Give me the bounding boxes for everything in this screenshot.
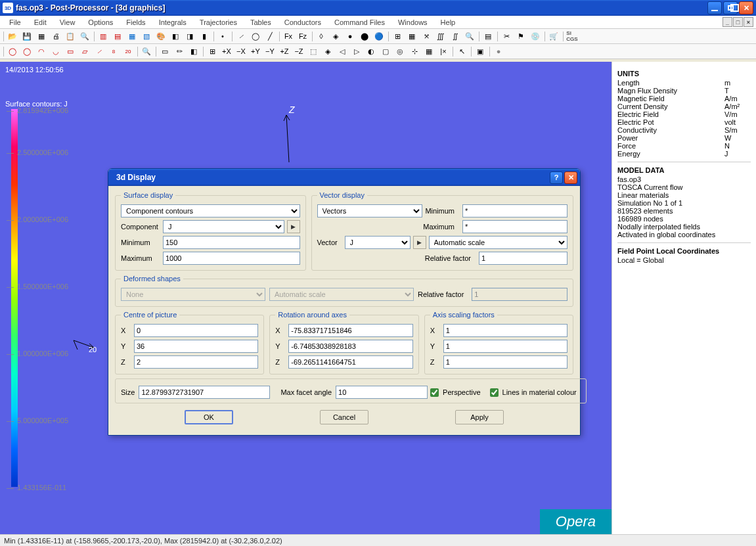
shape6-icon[interactable]: ▱: [78, 45, 92, 58]
cart-icon[interactable]: 🛒: [546, 30, 561, 43]
rotation-y-input[interactable]: [288, 340, 412, 353]
lines-checkbox[interactable]: [490, 388, 499, 397]
col1-icon[interactable]: ▥: [96, 30, 110, 43]
save-icon[interactable]: 💾: [20, 30, 34, 43]
cube4-icon[interactable]: ◈: [321, 45, 335, 58]
scaling-y-input[interactable]: [443, 340, 567, 353]
dialog-help-button[interactable]: ?: [550, 171, 563, 184]
col7-icon[interactable]: ◨: [183, 30, 197, 43]
scaling-x-input[interactable]: [443, 324, 567, 337]
grid1-icon[interactable]: ⊞: [390, 30, 405, 43]
shape3-icon[interactable]: ◠: [34, 45, 49, 58]
col8-icon[interactable]: ▮: [197, 30, 211, 43]
shape8-icon[interactable]: 8: [106, 45, 121, 58]
shape4-icon[interactable]: ◡: [49, 45, 63, 58]
minimize-button[interactable]: [707, 1, 722, 14]
menu-file[interactable]: File: [3, 17, 28, 28]
rect-icon[interactable]: ▢: [378, 45, 393, 58]
col4-icon[interactable]: ▧: [139, 30, 154, 43]
centre-z-input[interactable]: [134, 355, 258, 369]
cgs-icon[interactable]: SICGS: [565, 30, 579, 43]
view3-icon[interactable]: ◧: [187, 45, 201, 58]
plusz-icon[interactable]: +Z: [277, 45, 292, 58]
copy-icon[interactable]: 📋: [63, 30, 78, 43]
restore-button[interactable]: [723, 1, 738, 14]
dot-icon[interactable]: •: [215, 30, 230, 43]
menu-fields[interactable]: Fields: [120, 17, 152, 28]
menu-integrals[interactable]: Integrals: [152, 17, 193, 28]
int2-icon[interactable]: ∬: [448, 30, 462, 43]
vector-max-input[interactable]: [462, 220, 567, 233]
apply-button[interactable]: Apply: [455, 410, 504, 424]
vector-play-button[interactable]: [413, 236, 426, 249]
menu-edit[interactable]: Edit: [28, 17, 53, 28]
col5-icon[interactable]: 🎨: [154, 30, 168, 43]
view2-icon[interactable]: ✏: [172, 45, 187, 58]
menu-windows[interactable]: Windows: [391, 17, 434, 28]
centre-y-input[interactable]: [134, 340, 258, 353]
vector-min-input[interactable]: [462, 204, 567, 217]
menu-command-files[interactable]: Command Files: [328, 17, 391, 28]
line-icon[interactable]: ╱: [263, 30, 277, 43]
vector-select[interactable]: J: [345, 236, 411, 249]
cancel-button[interactable]: Cancel: [320, 410, 368, 424]
fx-icon[interactable]: Fx: [281, 30, 296, 43]
vector-scale-select[interactable]: Automatic scale: [429, 236, 568, 249]
rotation-z-input[interactable]: [288, 355, 412, 369]
table-icon[interactable]: ▤: [481, 30, 495, 43]
menu-tables[interactable]: Tables: [244, 17, 278, 28]
menu-help[interactable]: Help: [434, 17, 462, 28]
pal-icon[interactable]: ▦: [422, 45, 436, 58]
search-icon[interactable]: 🔍: [78, 30, 92, 43]
vector-type-select[interactable]: Vectors: [317, 204, 422, 217]
vector-rel-input[interactable]: [479, 252, 567, 265]
dialog-close-button[interactable]: ✕: [564, 171, 577, 184]
grid2-icon[interactable]: ▦: [405, 30, 419, 43]
dialog-titlebar[interactable]: 3d Display ? ✕: [108, 169, 580, 186]
fz-icon[interactable]: Fz: [296, 30, 310, 43]
perspective-checkbox[interactable]: [430, 388, 439, 397]
open-icon[interactable]: 📂: [5, 30, 20, 43]
grayball-icon[interactable]: ●: [491, 45, 506, 58]
mdi-minimize-button[interactable]: _: [723, 17, 732, 27]
cd-icon[interactable]: 💿: [528, 30, 543, 43]
tri2-icon[interactable]: ▷: [349, 45, 364, 58]
view1-icon[interactable]: ▭: [158, 45, 172, 58]
minusx-icon[interactable]: −X: [234, 45, 248, 58]
mdi-close-button[interactable]: ×: [744, 17, 753, 27]
centre-x-input[interactable]: [134, 324, 258, 337]
xy-icon[interactable]: ⤧: [419, 30, 434, 43]
arc-icon[interactable]: ⟋: [234, 30, 248, 43]
col0-icon[interactable]: ▦: [34, 30, 49, 43]
surface-min-input[interactable]: [163, 236, 300, 249]
menu-trajectories[interactable]: Trajectories: [193, 17, 244, 28]
scissors-icon[interactable]: ✂: [499, 30, 514, 43]
component-play-button[interactable]: [287, 220, 300, 233]
scaling-z-input[interactable]: [443, 355, 567, 369]
facet-input[interactable]: [336, 386, 428, 399]
flag-icon[interactable]: ⚑: [514, 30, 528, 43]
axes-icon[interactable]: ⊹: [407, 45, 422, 58]
menu-conductors[interactable]: Conductors: [278, 17, 328, 28]
surface-max-input[interactable]: [163, 252, 300, 265]
shape9-icon[interactable]: 20: [121, 45, 135, 58]
tri-icon[interactable]: ◁: [335, 45, 349, 58]
rotation-x-input[interactable]: [288, 324, 412, 337]
col2-icon[interactable]: ▤: [110, 30, 125, 43]
shape2-icon[interactable]: ◯: [20, 45, 34, 58]
shape7-icon[interactable]: ⟋: [92, 45, 106, 58]
minusz-icon[interactable]: −Z: [292, 45, 306, 58]
cyl-icon[interactable]: ⬤: [357, 30, 372, 43]
cube2-icon[interactable]: ◈: [328, 30, 343, 43]
menu-options[interactable]: Options: [81, 17, 120, 28]
cube3-icon[interactable]: ⬚: [306, 45, 321, 58]
pointer-icon[interactable]: ↖: [455, 45, 469, 58]
circle-icon[interactable]: ◯: [248, 30, 263, 43]
col3-icon[interactable]: ▦: [125, 30, 139, 43]
component-select[interactable]: J: [163, 220, 284, 233]
sheets-icon[interactable]: ▣: [473, 45, 487, 58]
zoom-icon[interactable]: 🔍: [462, 30, 477, 43]
cube1-icon[interactable]: ◊: [314, 30, 328, 43]
ball-icon[interactable]: 🔵: [372, 30, 386, 43]
plusx-icon[interactable]: +X: [219, 45, 234, 58]
